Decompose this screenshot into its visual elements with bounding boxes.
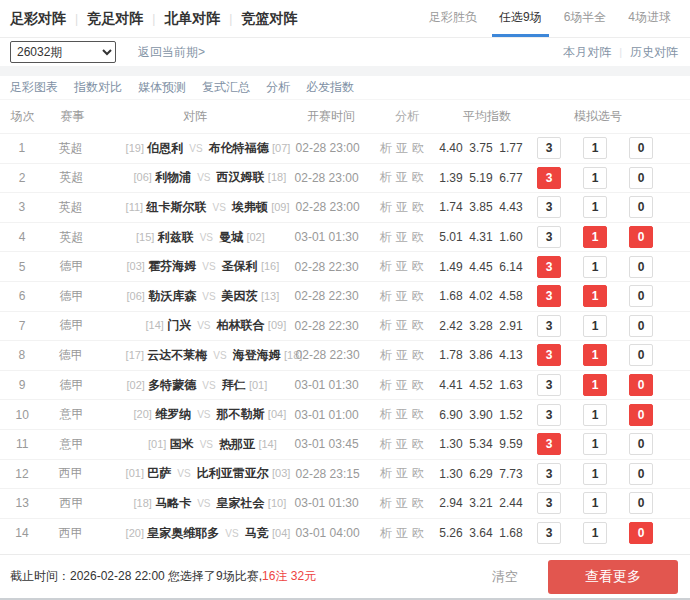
- home-team[interactable]: 霍芬海姆: [148, 259, 196, 273]
- pick-button-1[interactable]: 1: [583, 404, 607, 426]
- analysis-link[interactable]: 析: [380, 200, 392, 214]
- pick-button-0[interactable]: 0: [629, 374, 653, 396]
- analysis-link[interactable]: 析: [380, 289, 392, 303]
- pick-button-0[interactable]: 0: [629, 344, 653, 366]
- pick-button-3[interactable]: 3: [537, 463, 561, 485]
- analysis-link[interactable]: 欧: [412, 289, 424, 303]
- pick-button-3[interactable]: 3: [537, 374, 561, 396]
- away-team[interactable]: 海登海姆: [233, 348, 281, 362]
- home-team[interactable]: 伯恩利: [147, 141, 183, 155]
- analysis-link[interactable]: 析: [380, 407, 392, 421]
- subtab-odds-compare[interactable]: 指数对比: [74, 79, 122, 96]
- analysis-link[interactable]: 欧: [412, 437, 424, 451]
- away-team[interactable]: 美因茨: [222, 289, 258, 303]
- subtab-multi-summary[interactable]: 复式汇总: [202, 79, 250, 96]
- analysis-link[interactable]: 析: [380, 466, 392, 480]
- analysis-link[interactable]: 亚: [396, 437, 408, 451]
- tab-renxuan9[interactable]: 任选9场: [492, 0, 549, 37]
- analysis-link[interactable]: 欧: [412, 348, 424, 362]
- analysis-link[interactable]: 析: [380, 378, 392, 392]
- analysis-link[interactable]: 析: [380, 348, 392, 362]
- pick-button-1[interactable]: 1: [583, 433, 607, 455]
- analysis-link[interactable]: 亚: [396, 289, 408, 303]
- analysis-link[interactable]: 亚: [396, 259, 408, 273]
- home-team[interactable]: 马略卡: [155, 496, 191, 510]
- pick-button-0[interactable]: 0: [629, 404, 653, 426]
- period-select[interactable]: 26032期: [10, 41, 116, 63]
- away-team[interactable]: 布伦特福德: [209, 141, 269, 155]
- subtab-media-predict[interactable]: 媒体预测: [138, 79, 186, 96]
- pick-button-3[interactable]: 3: [537, 226, 561, 248]
- nav-item-jinglan[interactable]: 竞篮对阵: [241, 10, 297, 28]
- away-team[interactable]: 拜仁: [222, 378, 246, 392]
- pick-button-0[interactable]: 0: [629, 522, 653, 544]
- home-team[interactable]: 利物浦: [155, 170, 191, 184]
- pick-button-1[interactable]: 1: [583, 463, 607, 485]
- pick-button-0[interactable]: 0: [629, 226, 653, 248]
- pick-button-3[interactable]: 3: [537, 167, 561, 189]
- tab-banquan[interactable]: 6场半全: [557, 0, 614, 37]
- analysis-link[interactable]: 析: [380, 230, 392, 244]
- pick-button-3[interactable]: 3: [537, 404, 561, 426]
- analysis-link[interactable]: 亚: [396, 496, 408, 510]
- analysis-link[interactable]: 欧: [412, 170, 424, 184]
- home-team[interactable]: 纽卡斯尔联: [146, 200, 206, 214]
- pick-button-3[interactable]: 3: [537, 522, 561, 544]
- away-team[interactable]: 皇家社会: [217, 496, 265, 510]
- analysis-link[interactable]: 亚: [396, 407, 408, 421]
- analysis-link[interactable]: 析: [380, 437, 392, 451]
- analysis-link[interactable]: 欧: [412, 466, 424, 480]
- pick-button-3[interactable]: 3: [537, 433, 561, 455]
- home-team[interactable]: 国米: [170, 437, 194, 451]
- analysis-link[interactable]: 欧: [412, 496, 424, 510]
- pick-button-0[interactable]: 0: [629, 315, 653, 337]
- month-matches-link[interactable]: 本月对阵: [563, 44, 611, 61]
- away-team[interactable]: 那不勒斯: [217, 407, 265, 421]
- pick-button-3[interactable]: 3: [537, 315, 561, 337]
- pick-button-1[interactable]: 1: [583, 315, 607, 337]
- home-team[interactable]: 维罗纳: [155, 407, 191, 421]
- tab-jinqiu[interactable]: 4场进球: [621, 0, 678, 37]
- analysis-link[interactable]: 亚: [396, 466, 408, 480]
- pick-button-3[interactable]: 3: [537, 285, 561, 307]
- away-team[interactable]: 比利亚雷亚尔: [197, 466, 269, 480]
- home-team[interactable]: 云达不莱梅: [147, 348, 207, 362]
- pick-button-1[interactable]: 1: [583, 285, 607, 307]
- analysis-link[interactable]: 欧: [412, 318, 424, 332]
- pick-button-1[interactable]: 1: [583, 492, 607, 514]
- pick-button-1[interactable]: 1: [583, 344, 607, 366]
- analysis-link[interactable]: 欧: [412, 407, 424, 421]
- analysis-link[interactable]: 亚: [396, 141, 408, 155]
- analysis-link[interactable]: 亚: [396, 378, 408, 392]
- analysis-link[interactable]: 析: [380, 318, 392, 332]
- analysis-link[interactable]: 欧: [412, 259, 424, 273]
- pick-button-3[interactable]: 3: [537, 137, 561, 159]
- pick-button-1[interactable]: 1: [583, 256, 607, 278]
- analysis-link[interactable]: 析: [380, 170, 392, 184]
- pick-button-0[interactable]: 0: [629, 167, 653, 189]
- analysis-link[interactable]: 欧: [412, 378, 424, 392]
- analysis-link[interactable]: 欧: [412, 200, 424, 214]
- away-team[interactable]: 马竞: [245, 526, 269, 540]
- nav-item-zucai[interactable]: 足彩对阵: [10, 10, 66, 28]
- pick-button-0[interactable]: 0: [629, 492, 653, 514]
- pick-button-3[interactable]: 3: [537, 196, 561, 218]
- home-team[interactable]: 皇家奥维耶多: [147, 526, 219, 540]
- away-team[interactable]: 柏林联合: [217, 318, 265, 332]
- subtab-chart[interactable]: 足彩图表: [10, 79, 58, 96]
- back-to-current-link[interactable]: 返回当前期>: [138, 44, 205, 61]
- pick-button-1[interactable]: 1: [583, 374, 607, 396]
- pick-button-0[interactable]: 0: [629, 433, 653, 455]
- pick-button-1[interactable]: 1: [583, 196, 607, 218]
- home-team[interactable]: 巴萨: [147, 466, 171, 480]
- analysis-link[interactable]: 欧: [412, 230, 424, 244]
- away-team[interactable]: 圣保利: [222, 259, 258, 273]
- subtab-analysis[interactable]: 分析: [266, 79, 290, 96]
- away-team[interactable]: 埃弗顿: [232, 200, 268, 214]
- pick-button-0[interactable]: 0: [629, 137, 653, 159]
- pick-button-0[interactable]: 0: [629, 196, 653, 218]
- analysis-link[interactable]: 亚: [396, 200, 408, 214]
- nav-item-beidan[interactable]: 北单对阵: [164, 10, 220, 28]
- analysis-link[interactable]: 亚: [396, 348, 408, 362]
- clear-button[interactable]: 清空: [492, 568, 518, 586]
